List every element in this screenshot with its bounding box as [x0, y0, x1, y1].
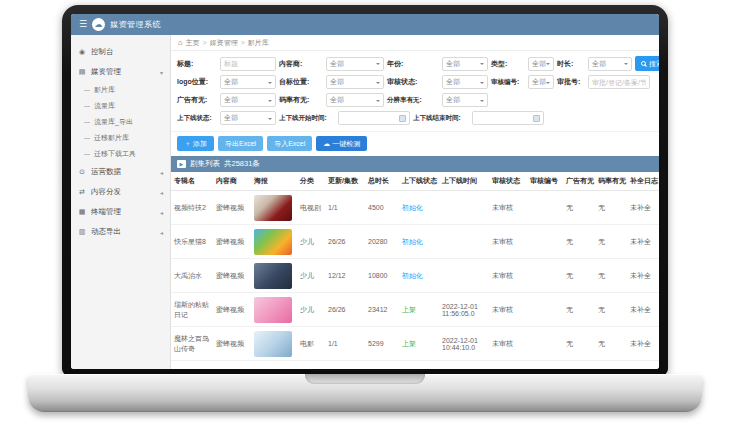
online-status-select[interactable]: 全部	[220, 111, 276, 125]
poster-thumbnail[interactable]	[254, 229, 292, 255]
poster-thumbnail[interactable]	[254, 331, 292, 357]
table-row[interactable]: 视频特技2 蜜蜂视频 电视剧 1/1 4500 初始化 未审核 无 无 未补全	[171, 191, 659, 225]
resolution-select[interactable]: 全部	[442, 93, 488, 107]
audit-status-select[interactable]: 全部	[442, 75, 488, 89]
sidebar-subitem-label: 影片库	[94, 85, 115, 95]
poster-cell	[251, 259, 297, 293]
online-end-input[interactable]	[472, 111, 544, 125]
sidebar-item-terminal[interactable]: ▦ 终端管理 ◂	[71, 202, 170, 222]
logo-position-select[interactable]: 全部	[220, 75, 276, 89]
online-status-link[interactable]: 初始化	[399, 225, 439, 259]
distribution-icon: ⇄	[78, 188, 86, 196]
bitrate-select[interactable]: 全部	[326, 93, 384, 107]
title-input[interactable]	[220, 57, 276, 71]
detect-button-label: 一键检测	[332, 139, 360, 149]
sidebar-item-film-library[interactable]: 影片库	[71, 82, 170, 98]
search-button[interactable]: 搜索	[635, 56, 659, 71]
total-duration: 23412	[365, 293, 399, 327]
online-status-link[interactable]: 初始化	[399, 259, 439, 293]
ad-flag: 无	[563, 259, 595, 293]
add-button[interactable]: ＋ 添加	[177, 136, 214, 151]
sidebar-item-distribution[interactable]: ⇄ 内容分发 ◂	[71, 182, 170, 202]
column-header: 内容商	[213, 172, 251, 191]
online-start-label: 上下线开始时间:	[279, 114, 335, 123]
breadcrumb-separator: >	[241, 39, 245, 46]
sidebar: ◉ 控制台 ▤ 媒资管理 ▾ 影片库 流量库	[71, 35, 171, 369]
table-header-row: 专辑名内容商海报分类更新/集数总时长上下线状态上下线时间审核状态审核编号广告有无…	[171, 172, 659, 191]
hamburger-menu-icon[interactable]: ☰	[79, 20, 87, 29]
audit-number	[527, 225, 563, 259]
select-value: 全部	[532, 77, 546, 87]
sidebar-subitem-label: 流量库	[94, 101, 115, 111]
export-excel-button[interactable]: 导出Excel	[218, 136, 263, 151]
sidebar-item-migrate-tool[interactable]: 迁移下载工具	[71, 146, 170, 162]
type-select[interactable]: 全部	[528, 57, 554, 71]
column-header: 海报	[251, 172, 297, 191]
sidebar-item-media[interactable]: ▤ 媒资管理 ▾	[71, 62, 170, 82]
chevron-down-icon	[268, 118, 272, 122]
table-row[interactable]: 大禹治水 蜜蜂视频 少儿 12/12 10800 初始化 未审核 无 无 未补全	[171, 259, 659, 293]
provider-label: 内容商:	[279, 59, 323, 69]
app-title: 媒资管理系统	[110, 19, 161, 30]
breadcrumb-home[interactable]: 主页	[186, 38, 200, 48]
content-provider: 蜜蜂视频	[213, 191, 251, 225]
sidebar-item-operations[interactable]: ⊙ 运营数据 ◂	[71, 162, 170, 182]
tree-dash	[84, 90, 90, 91]
select-value: 全部	[224, 77, 238, 87]
table-row[interactable]: 瑞斯的粘贴日记 蜜蜂视频 少儿 26/26 23412 上架 2022-12-0…	[171, 293, 659, 327]
online-time	[439, 259, 489, 293]
column-header: 分类	[297, 172, 325, 191]
duration-select[interactable]: 全部	[588, 57, 632, 71]
poster-thumbnail[interactable]	[254, 263, 292, 289]
fill-log: 未补全	[627, 293, 659, 327]
poster-thumbnail[interactable]	[254, 195, 292, 221]
chevron-left-icon: ◂	[160, 209, 163, 216]
watermark-position-select[interactable]: 全部	[326, 75, 384, 89]
import-excel-button[interactable]: 导入Excel	[267, 136, 312, 151]
chevron-down-icon: ▾	[160, 69, 163, 76]
bitrate-flag: 无	[595, 259, 627, 293]
audit-number-select[interactable]: 全部	[528, 75, 554, 89]
total-duration: 10800	[365, 259, 399, 293]
audit-number-label: 审核编号:	[491, 78, 525, 87]
audit-status: 未审核	[489, 327, 527, 361]
sidebar-item-traffic-library[interactable]: 流量库	[71, 98, 170, 114]
sidebar-item-dashboard[interactable]: ◉ 控制台	[71, 42, 170, 62]
sidebar-item-migrate-library[interactable]: 迁移影片库	[71, 130, 170, 146]
watermark-position-label: 台标位置:	[279, 77, 323, 87]
ad-select[interactable]: 全部	[220, 93, 276, 107]
table-row[interactable]: 魔林之百鸟山传奇 蜜蜂视频 电影 1/1 5299 上架 2022-12-01 …	[171, 327, 659, 361]
chevron-left-icon: ◂	[160, 189, 163, 196]
breadcrumb: ⌂ 主页 > 媒资管理 > 影片库	[171, 35, 659, 51]
breadcrumb-media[interactable]: 媒资管理	[210, 38, 238, 48]
category: 少儿	[297, 225, 325, 259]
online-status-link[interactable]: 上架	[399, 327, 439, 361]
sidebar-item-traffic-export[interactable]: 流量库_导出	[71, 114, 170, 130]
content-provider: 蜜蜂视频	[213, 225, 251, 259]
episodes-table: 专辑名内容商海报分类更新/集数总时长上下线状态上下线时间审核状态审核编号广告有无…	[171, 172, 659, 361]
online-status-link[interactable]: 上架	[399, 293, 439, 327]
sidebar-item-label: 终端管理	[91, 207, 121, 217]
sidebar-item-dynamic-export[interactable]: ▥ 动态导出 ◂	[71, 222, 170, 242]
bitrate-flag: 无	[595, 327, 627, 361]
poster-thumbnail[interactable]	[254, 297, 292, 323]
poster-cell	[251, 225, 297, 259]
online-status-link[interactable]: 初始化	[399, 191, 439, 225]
chevron-down-icon	[268, 100, 272, 104]
search-icon	[641, 61, 646, 66]
provider-select[interactable]: 全部	[326, 57, 384, 71]
column-header: 总时长	[365, 172, 399, 191]
year-select[interactable]: 全部	[442, 57, 488, 71]
album-name: 快乐星猫8	[171, 225, 213, 259]
select-value: 全部	[592, 59, 606, 69]
panel-title: 剧集列表	[190, 159, 220, 169]
fill-log: 未补全	[627, 259, 659, 293]
approval-number-input[interactable]	[588, 75, 650, 89]
sidebar-item-label: 内容分发	[91, 187, 121, 197]
episodes-table-wrap: 专辑名内容商海报分类更新/集数总时长上下线状态上下线时间审核状态审核编号广告有无…	[171, 172, 659, 369]
table-row[interactable]: 快乐星猫8 蜜蜂视频 少儿 26/26 20280 初始化 未审核 无 无 未补…	[171, 225, 659, 259]
ad-flag: 无	[563, 225, 595, 259]
one-click-detect-button[interactable]: ☁ 一键检测	[316, 136, 367, 151]
laptop-base-notch	[305, 374, 425, 384]
online-start-input[interactable]	[338, 111, 410, 125]
